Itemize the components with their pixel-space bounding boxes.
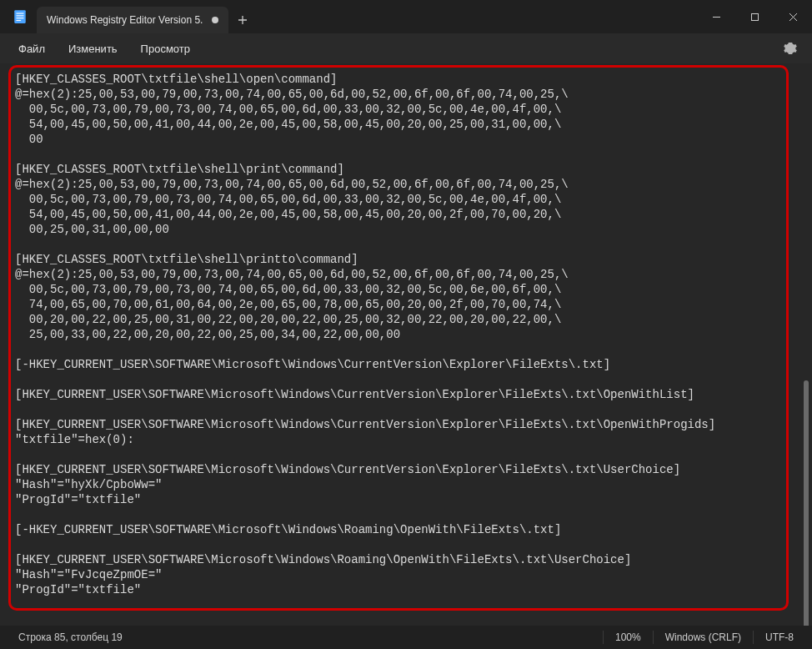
- statusbar: Строка 85, столбец 19 100% Windows (CRLF…: [0, 626, 812, 649]
- svg-rect-0: [14, 10, 26, 23]
- settings-button[interactable]: [777, 35, 804, 62]
- text-editor[interactable]: [HKEY_CLASSES_ROOT\txtfile\shell\open\co…: [8, 67, 795, 622]
- window-controls: [697, 0, 812, 33]
- minimize-button[interactable]: [697, 0, 735, 33]
- tab-modified-indicator-icon: [212, 17, 218, 23]
- maximize-button[interactable]: [735, 0, 774, 33]
- gear-icon: [784, 42, 797, 55]
- menu-view[interactable]: Просмотр: [131, 38, 200, 60]
- svg-rect-4: [17, 20, 22, 21]
- menu-file[interactable]: Файл: [8, 38, 55, 60]
- svg-rect-5: [751, 13, 758, 20]
- notepad-app-icon: [12, 8, 28, 25]
- menubar: Файл Изменить Просмотр: [0, 33, 812, 63]
- close-button[interactable]: [774, 0, 812, 33]
- svg-rect-2: [17, 15, 24, 16]
- new-tab-button[interactable]: [228, 7, 257, 33]
- svg-rect-1: [17, 13, 24, 14]
- titlebar: Windows Registry Editor Version 5.: [0, 0, 812, 33]
- status-line-ending[interactable]: Windows (CRLF): [654, 631, 753, 643]
- status-encoding[interactable]: UTF-8: [754, 631, 805, 643]
- svg-rect-3: [17, 18, 24, 18]
- status-zoom[interactable]: 100%: [604, 631, 653, 643]
- editor-area: [HKEY_CLASSES_ROOT\txtfile\shell\open\co…: [0, 63, 812, 626]
- tab-title: Windows Registry Editor Version 5.: [47, 14, 203, 26]
- document-tab[interactable]: Windows Registry Editor Version 5.: [37, 7, 228, 33]
- status-cursor-position[interactable]: Строка 85, столбец 19: [7, 631, 134, 643]
- menu-edit[interactable]: Изменить: [58, 38, 128, 60]
- vertical-scrollbar[interactable]: [804, 380, 809, 626]
